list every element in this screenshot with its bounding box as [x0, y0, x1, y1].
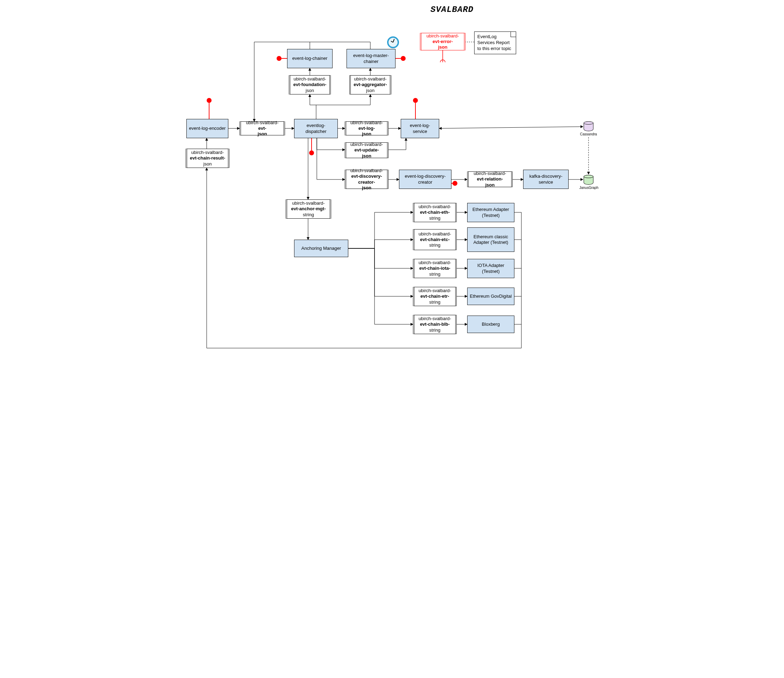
topic-evt-json: ubirch-svalbard-evt-json	[240, 122, 285, 136]
topic-evt-chain-result: ubirch-svalbard-evt-chain-result-json	[186, 149, 229, 168]
topic-evt-update: ubirch-svalbard-evt-update-json	[345, 142, 389, 158]
red-dot-icon	[413, 98, 418, 103]
diagram-canvas: SVALBARD ubirch-svalbard- evt-error-json…	[182, 0, 602, 363]
svc-ethereum-classic-adapter: Ethereum classic Adapter (Testnet)	[467, 228, 514, 252]
svc-eventlog-dispatcher: eventlog-dispatcher	[294, 119, 338, 138]
svc-event-log-encoder: event-log-encoder	[187, 119, 228, 138]
red-dot-icon	[401, 56, 406, 61]
red-dot-icon	[453, 181, 457, 186]
svc-bloxberg: Bloxberg	[467, 316, 514, 333]
svc-iota-adapter: IOTA Adapter (Testnet)	[467, 259, 514, 278]
svc-anchoring-manager: Anchoring Manager	[294, 240, 348, 257]
topic-evt-relation: ubirch-svalbard-evt-relation-json	[467, 171, 513, 187]
topic-evt-error: ubirch-svalbard- evt-error-json	[420, 33, 465, 50]
db-cassandra-icon	[583, 122, 593, 131]
topic-evt-chain-etr: ubirch-svalbard-evt-chain-etr-string	[413, 287, 457, 306]
svc-kafka-discovery-service: kafka-discovery-service	[523, 170, 569, 189]
topic-evt-foundation: ubirch-svalbard-evt-foundation-json	[289, 75, 331, 95]
topic-evt-log: ubirch-svalbard-evt-log-json	[345, 122, 389, 136]
db-janusgraph-icon	[583, 175, 593, 185]
clock-icon	[387, 36, 399, 48]
topic-evt-anchor-mgt: ubirch-svalbard-evt-anchor-mgt-string	[286, 200, 331, 219]
red-dot-icon	[309, 150, 314, 155]
svc-event-log-chainer: event-log-chainer	[287, 49, 333, 68]
red-dot-icon	[207, 98, 212, 103]
topic-evt-discovery-creator: ubirch-svalbard-evt-discovery-creator-js…	[345, 170, 389, 189]
red-dot-icon	[277, 56, 282, 61]
svg-line-11	[439, 127, 583, 128]
topic-evt-chain-etc: ubirch-svalbard-evt-chain-etc-string	[413, 229, 457, 250]
svc-event-log-discovery-creator: event-log-discovery-creator	[399, 170, 451, 189]
db-janusgraph-label: JanusGraph	[577, 186, 601, 190]
topic-evt-chain-blb: ubirch-svalbard-evt-chain-blb-string	[413, 315, 457, 334]
db-cassandra-label: Cassandra	[578, 132, 599, 136]
topic-evt-chain-iota: ubirch-svalbard-evt-chain-iota-string	[413, 259, 457, 278]
diagram-title: SVALBARD	[431, 5, 473, 14]
svc-ethereum-govdigital: Ethereum GovDigital	[467, 288, 514, 305]
svc-ethereum-adapter: Ethereum Adapter (Testnet)	[467, 203, 514, 222]
svc-event-log-master-chainer: event-log-master-chainer	[347, 49, 395, 68]
topic-evt-chain-eth: ubirch-svalbard-evt-chain-eth-string	[413, 203, 457, 222]
note-error-topic: EventLog Services Report to this error t…	[474, 31, 516, 54]
topic-evt-aggregator: ubirch-svalbard-evt-aggregator-json	[349, 75, 391, 95]
svc-event-log-service: event-log-service	[401, 119, 439, 138]
